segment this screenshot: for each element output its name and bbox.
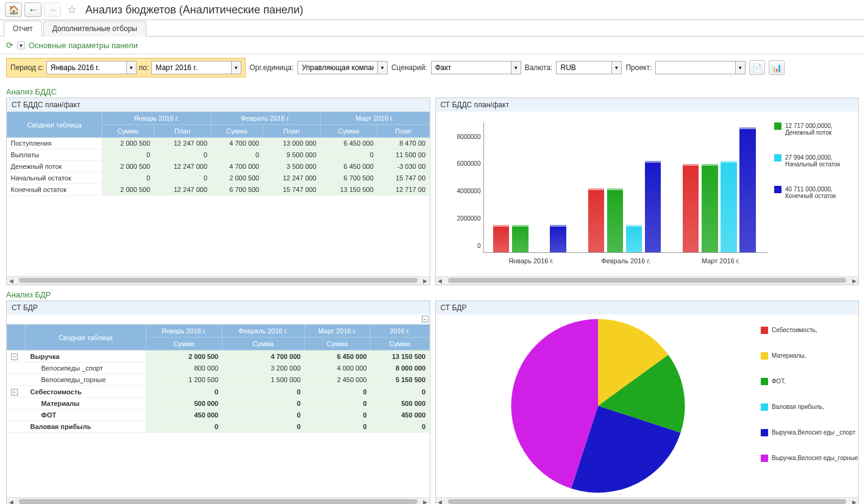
legend-item: 12 717 000,0000, Денежный поток (774, 122, 853, 136)
project-dropdown-icon[interactable]: ▾ (735, 62, 745, 74)
table-row[interactable]: −Себестоимость0000 (7, 386, 430, 398)
project-combo[interactable]: ▾ (655, 61, 746, 74)
period-block: Период с: ▾ по: ▾ (6, 58, 246, 77)
bdds-table-panel: СТ БДДС план/факт Сводная таблицаЯнварь … (6, 98, 430, 285)
scroll-left-icon[interactable]: ◀ (7, 498, 15, 504)
table-row[interactable]: Денежный поток2 000 50012 247 0004 700 0… (7, 161, 430, 172)
org-combo[interactable]: ▾ (297, 61, 388, 74)
legend-swatch (761, 352, 768, 360)
project-label: Проект: (625, 63, 652, 72)
y-tick: 8000000 (441, 133, 481, 140)
tab-report[interactable]: Отчет (4, 21, 42, 37)
period-to-combo[interactable]: ▾ (151, 61, 241, 74)
scroll-thumb[interactable] (19, 499, 418, 504)
legend-item: Выручка,Велосип еды _спорт (761, 429, 858, 436)
action-button-2[interactable]: 📊 (769, 60, 785, 75)
period-from-dropdown-icon[interactable]: ▾ (126, 62, 136, 74)
bdds-chart-legend: 12 717 000,0000, Денежный поток27 994 00… (774, 116, 853, 271)
bdr-chart-title: СТ БДР (436, 301, 859, 314)
scenario-dropdown-icon[interactable]: ▾ (511, 62, 521, 74)
legend-item: 40 711 000,0000, Конечный остаток (774, 186, 853, 199)
bdr-chart-hscroll[interactable]: ◀ ▶ (436, 497, 859, 504)
table-row[interactable]: Начальный остаток002 000 50012 247 0006 … (7, 172, 430, 184)
scroll-thumb[interactable] (448, 278, 847, 283)
table-row[interactable]: Выплаты0009 500 000011 500 00 (7, 149, 430, 161)
legend-swatch (774, 122, 781, 130)
scroll-left-icon[interactable]: ◀ (7, 277, 15, 285)
scenario-combo[interactable]: ▾ (431, 61, 521, 74)
table-row[interactable]: ФОТ450 00000450 000 (7, 410, 430, 421)
period-from-combo[interactable]: ▾ (46, 61, 137, 74)
legend-swatch (761, 429, 768, 436)
chart-bar (550, 225, 566, 252)
scroll-right-icon[interactable]: ▶ (850, 498, 858, 504)
bdds-table-body[interactable]: Сводная таблицаЯнварь 2016 г.Февраль 201… (7, 112, 430, 276)
y-tick: 6000000 (441, 160, 481, 167)
table-row[interactable]: Материалы500 00000500 000 (7, 398, 430, 410)
scroll-thumb[interactable] (448, 499, 847, 504)
legend-item: 27 994 000,0000, Начальный остаток (774, 154, 853, 168)
chart-bar (721, 161, 736, 252)
main-toolbar: 🏠 ← → ☆ Анализ бюджетов (Аналитические п… (0, 0, 865, 20)
chart-bar (739, 127, 755, 252)
bdr-table-panel: СТ БДР − Сводная таблицаЯнварь 2016 г.Фе… (6, 300, 430, 504)
table-row[interactable]: −Выручка2 000 5004 700 0006 450 00013 15… (7, 350, 430, 363)
currency-combo[interactable]: ▾ (556, 61, 622, 74)
scroll-right-icon[interactable]: ▶ (421, 277, 430, 285)
bdds-chart-title: СТ БДДС план/факт (436, 98, 859, 112)
bdds-table-title: СТ БДДС план/факт (7, 98, 430, 112)
tree-toggle-icon[interactable]: − (11, 389, 18, 396)
bdr-chart-panel: СТ БДР Себестоимость,Материалы,ФОТ,Валов… (435, 300, 860, 504)
bdds-table: Сводная таблицаЯнварь 2016 г.Февраль 201… (7, 112, 430, 196)
bdds-chart-hscroll[interactable]: ◀ ▶ (436, 276, 859, 285)
params-header: ⟳ ▾ Основные параметры панели (0, 37, 865, 54)
y-tick: 4000000 (441, 188, 481, 194)
bdr-table: Сводная таблицаЯнварь 2016 г.Февраль 201… (7, 324, 430, 433)
scroll-left-icon[interactable]: ◀ (436, 277, 444, 285)
forward-button[interactable]: → (44, 2, 61, 17)
period-from-label: Период с: (10, 63, 44, 72)
home-button[interactable]: 🏠 (5, 2, 22, 17)
chart-bar (531, 250, 547, 252)
legend-swatch (774, 186, 781, 193)
params-title: Основные параметры панели (29, 41, 138, 50)
table-row[interactable]: Валовая прибыль0000 (7, 421, 430, 433)
collapse-params-icon[interactable]: ▾ (17, 41, 25, 49)
chart-bar (683, 164, 699, 252)
period-to-input[interactable] (152, 62, 231, 74)
table-row[interactable]: Велосипеды _спорт800 0003 200 0004 000 0… (7, 363, 430, 374)
org-dropdown-icon[interactable]: ▾ (377, 62, 387, 74)
scroll-thumb[interactable] (19, 278, 418, 283)
tree-toggle-icon[interactable]: − (11, 353, 18, 360)
bdr-table-hscroll[interactable]: ◀ ▶ (7, 497, 430, 504)
legend-swatch (761, 403, 768, 411)
currency-dropdown-icon[interactable]: ▾ (611, 62, 621, 74)
favorite-icon[interactable]: ☆ (67, 3, 77, 16)
bdds-table-hscroll[interactable]: ◀ ▶ (7, 276, 430, 285)
collapse-all-icon[interactable]: − (422, 316, 429, 322)
back-button[interactable]: ← (24, 2, 41, 17)
legend-item: Себестоимость, (761, 327, 858, 334)
currency-input[interactable] (557, 62, 611, 74)
table-row[interactable]: Конечный остаток2 000 50012 247 0006 700… (7, 184, 430, 196)
period-from-input[interactable] (47, 62, 126, 74)
refresh-icon[interactable]: ⟳ (6, 40, 13, 50)
scroll-right-icon[interactable]: ▶ (850, 277, 858, 285)
bdr-table-body[interactable]: − Сводная таблицаЯнварь 2016 г.Февраль 2… (7, 314, 430, 497)
action-button-1[interactable]: 📄 (749, 60, 765, 75)
scenario-input[interactable] (432, 62, 511, 74)
legend-item: Материалы, (761, 352, 858, 360)
scroll-right-icon[interactable]: ▶ (421, 498, 430, 504)
project-input[interactable] (656, 62, 735, 74)
bdds-chart-panel: СТ БДДС план/факт 0200000040000006000000… (435, 98, 860, 285)
scroll-left-icon[interactable]: ◀ (436, 498, 444, 504)
table-row[interactable]: Велосипеды_горные1 200 5001 500 0002 450… (7, 374, 430, 386)
chart-bar (702, 164, 717, 252)
tab-additional-filters[interactable]: Дополнительные отборы (43, 21, 146, 37)
currency-label: Валюта: (525, 63, 553, 72)
chart-bar (626, 225, 642, 252)
org-input[interactable] (298, 62, 377, 74)
scenario-label: Сценарий: (391, 63, 427, 72)
table-row[interactable]: Поступления2 000 50012 247 0004 700 0001… (7, 138, 430, 149)
period-to-dropdown-icon[interactable]: ▾ (231, 62, 241, 74)
